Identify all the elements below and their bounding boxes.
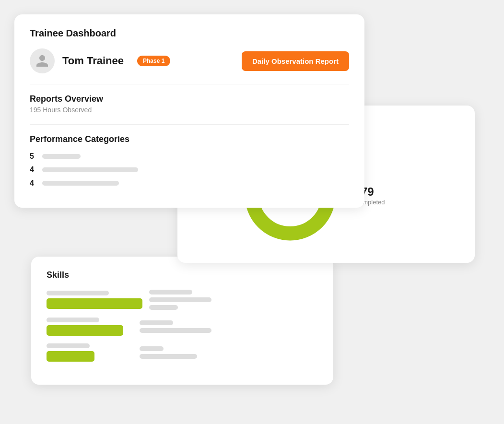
trainee-dashboard-title: Trainee Dashboard bbox=[30, 28, 349, 39]
reports-overview-title: Reports Overview bbox=[30, 94, 349, 104]
skills-list bbox=[47, 290, 318, 362]
skill-1-right-bar-3 bbox=[149, 305, 178, 310]
skill-3-right-bar-2 bbox=[140, 354, 197, 359]
skill-1-left bbox=[47, 291, 142, 309]
skill-3-right bbox=[140, 346, 318, 359]
skills-card: Skills bbox=[31, 257, 333, 385]
perf-row-1: 5 bbox=[30, 152, 349, 161]
performance-categories-title: Performance Categories bbox=[30, 134, 349, 144]
skill-2-left bbox=[47, 318, 133, 336]
perf-score-2: 4 bbox=[30, 165, 36, 174]
trainee-dashboard-card: Trainee Dashboard Tom Trainee Phase 1 Da… bbox=[14, 14, 364, 208]
performance-rows: 5 4 4 bbox=[30, 152, 349, 188]
trainee-left-section: Tom Trainee Phase 1 bbox=[30, 48, 170, 73]
skill-row-2 bbox=[47, 318, 318, 336]
hours-observed: 195 Hours Observed bbox=[30, 106, 349, 114]
skill-3-label bbox=[47, 343, 90, 348]
skill-3-right-bar-1 bbox=[140, 346, 164, 351]
trainee-info-row: Tom Trainee Phase 1 Daily Observation Re… bbox=[30, 48, 349, 84]
skill-2-label bbox=[47, 318, 99, 322]
daily-report-button[interactable]: Daily Observation Report bbox=[242, 51, 349, 71]
avatar bbox=[30, 48, 55, 73]
phase-badge: Phase 1 bbox=[137, 56, 170, 66]
skill-1-right bbox=[149, 290, 318, 310]
skill-row-3 bbox=[47, 343, 318, 362]
skill-2-right bbox=[140, 320, 318, 333]
divider bbox=[30, 124, 349, 125]
reports-overview-section: Reports Overview 195 Hours Observed bbox=[30, 94, 349, 114]
skill-2-right-bar-1 bbox=[140, 320, 173, 325]
skill-3-bar bbox=[47, 351, 94, 362]
skill-row-1 bbox=[47, 290, 318, 310]
perf-row-2: 4 bbox=[30, 165, 349, 174]
user-icon bbox=[35, 54, 49, 68]
skill-3-left bbox=[47, 343, 133, 362]
perf-row-3: 4 bbox=[30, 179, 349, 188]
trainee-name: Tom Trainee bbox=[62, 55, 124, 67]
perf-score-3: 4 bbox=[30, 179, 36, 188]
skill-1-bar bbox=[47, 298, 142, 309]
skill-2-bar bbox=[47, 325, 123, 336]
skill-1-right-bar-1 bbox=[149, 290, 192, 294]
skills-title: Skills bbox=[47, 270, 318, 280]
skill-1-label bbox=[47, 291, 109, 295]
perf-bar-3 bbox=[42, 181, 119, 186]
perf-score-1: 5 bbox=[30, 152, 36, 161]
perf-bar-2 bbox=[42, 167, 138, 172]
skill-2-right-bar-2 bbox=[140, 328, 211, 333]
perf-bar-1 bbox=[42, 154, 81, 159]
skill-1-right-bar-2 bbox=[149, 297, 211, 302]
